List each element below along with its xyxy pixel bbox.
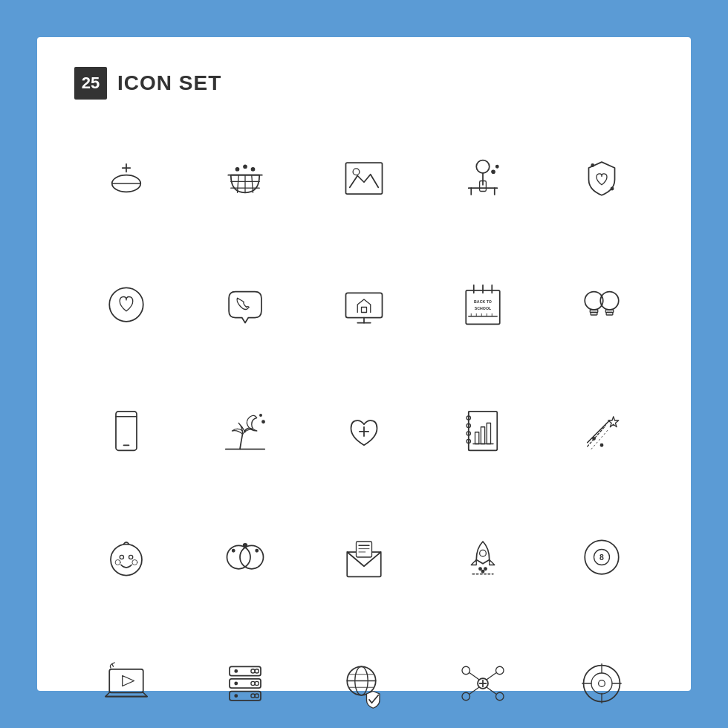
svg-point-74: [129, 555, 133, 559]
svg-rect-64: [487, 423, 490, 444]
rocket-launch-icon[interactable]: [431, 505, 535, 609]
svg-rect-47: [606, 313, 613, 316]
svg-marker-69: [608, 417, 619, 427]
eight-ball-icon[interactable]: 8: [550, 505, 654, 609]
palm-night-icon[interactable]: [193, 379, 297, 483]
network-plus-icon[interactable]: [431, 631, 535, 728]
shield-heart-icon[interactable]: [550, 126, 654, 230]
icon-grid: BACK TO SCHOOL: [74, 126, 654, 728]
svg-rect-27: [362, 308, 367, 313]
svg-point-107: [235, 670, 238, 673]
svg-point-119: [496, 692, 504, 701]
svg-point-51: [262, 420, 265, 423]
svg-point-14: [353, 169, 360, 175]
svg-line-6: [252, 175, 253, 193]
svg-point-79: [243, 544, 247, 547]
svg-line-123: [487, 687, 495, 694]
heart-circle-icon[interactable]: [74, 253, 178, 357]
svg-line-120: [470, 673, 479, 680]
smartphone-icon[interactable]: [74, 379, 178, 483]
svg-point-106: [255, 694, 259, 698]
svg-point-73: [120, 555, 123, 559]
scientist-icon[interactable]: [431, 126, 535, 230]
svg-point-128: [599, 680, 605, 687]
phone-chat-icon[interactable]: [193, 253, 297, 357]
target-crosshair-icon[interactable]: [550, 631, 654, 728]
lightbulb-pair-icon[interactable]: [550, 253, 654, 357]
heart-bandage-icon[interactable]: [312, 379, 416, 483]
svg-rect-99: [230, 679, 261, 688]
badge-number: 25: [74, 67, 107, 100]
svg-point-109: [235, 695, 238, 698]
svg-point-77: [227, 545, 251, 569]
svg-rect-56: [469, 412, 498, 451]
svg-text:BACK TO: BACK TO: [474, 299, 492, 304]
page-title: ICON SET: [117, 71, 221, 95]
svg-point-76: [132, 560, 137, 565]
svg-rect-26: [346, 293, 383, 317]
svg-point-118: [462, 692, 470, 701]
svg-line-4: [238, 175, 239, 193]
news-envelope-icon[interactable]: [312, 505, 416, 609]
svg-text:8: 8: [599, 553, 604, 562]
svg-text:SCHOOL: SCHOOL: [475, 306, 492, 311]
home-monitor-icon[interactable]: [312, 253, 416, 357]
svg-rect-44: [591, 313, 597, 316]
svg-point-101: [251, 669, 255, 673]
svg-point-81: [256, 550, 259, 553]
svg-point-15: [476, 160, 490, 174]
svg-point-102: [255, 669, 259, 673]
svg-line-122: [470, 687, 479, 694]
svg-point-21: [492, 170, 495, 173]
globe-shield-icon[interactable]: [312, 631, 416, 728]
server-stack-icon[interactable]: [193, 631, 297, 728]
svg-point-103: [251, 681, 255, 685]
laptop-video-icon[interactable]: [74, 631, 178, 728]
svg-point-127: [591, 673, 612, 694]
svg-line-121: [487, 673, 495, 680]
svg-point-10: [244, 165, 247, 168]
svg-rect-62: [475, 432, 479, 444]
svg-point-71: [593, 438, 596, 441]
svg-point-104: [255, 681, 259, 685]
svg-point-80: [233, 550, 235, 553]
svg-point-117: [496, 666, 504, 675]
svg-point-70: [600, 444, 603, 447]
shooting-star-icon[interactable]: [550, 379, 654, 483]
svg-rect-63: [481, 427, 484, 444]
svg-point-23: [591, 164, 594, 167]
svg-line-66: [588, 420, 610, 443]
sparkle-circles-icon[interactable]: [193, 505, 297, 609]
svg-point-52: [260, 415, 262, 417]
svg-point-72: [111, 545, 142, 576]
svg-rect-95: [109, 669, 143, 693]
svg-point-24: [611, 187, 614, 190]
svg-rect-100: [230, 692, 261, 701]
svg-point-75: [115, 560, 120, 565]
back-to-school-icon[interactable]: BACK TO SCHOOL: [431, 253, 535, 357]
svg-rect-83: [357, 542, 372, 557]
image-frame-icon[interactable]: [312, 126, 416, 230]
svg-point-25: [109, 287, 143, 322]
svg-rect-98: [230, 666, 261, 675]
svg-point-89: [481, 571, 484, 573]
svg-point-105: [251, 694, 255, 698]
main-card: 25 ICON SET: [37, 37, 691, 691]
svg-point-108: [235, 682, 238, 685]
basket-dots-icon[interactable]: [193, 126, 297, 230]
header: 25 ICON SET: [74, 67, 654, 100]
svg-point-22: [496, 166, 499, 169]
svg-point-88: [479, 568, 482, 571]
svg-point-116: [462, 666, 470, 675]
svg-marker-96: [123, 676, 134, 686]
baby-face-icon[interactable]: [74, 505, 178, 609]
svg-point-87: [480, 550, 487, 556]
svg-point-11: [251, 168, 254, 171]
pill-plus-icon[interactable]: [74, 126, 178, 230]
notebook-chart-icon[interactable]: [431, 379, 535, 483]
svg-point-90: [484, 568, 487, 571]
svg-point-9: [235, 168, 238, 171]
svg-rect-13: [346, 163, 383, 194]
svg-point-78: [240, 545, 264, 569]
